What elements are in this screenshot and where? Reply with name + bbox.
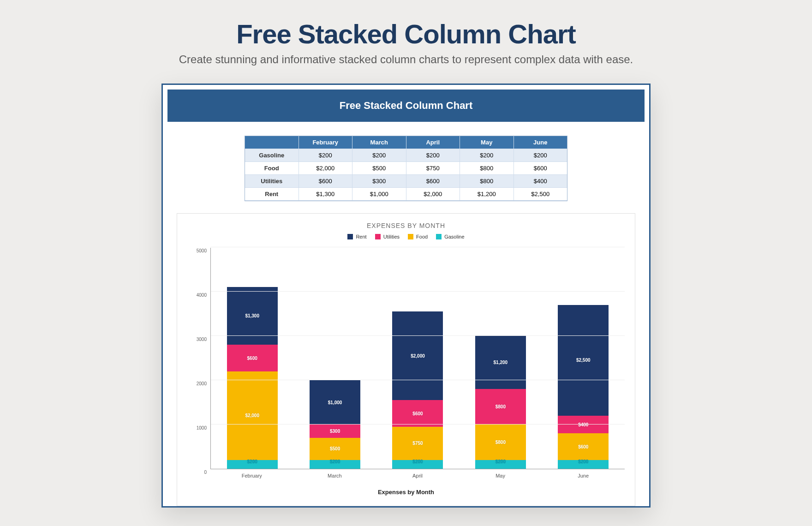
chart-bar-segment-rent: $1,200 [475, 336, 526, 389]
chart-frame: EXPENSES BY MONTH Rent Utilities Food [177, 213, 635, 506]
table-row-label: Gasoline [245, 149, 299, 162]
legend-swatch-icon [436, 234, 442, 239]
legend-item-rent: Rent [347, 234, 366, 239]
chart-bar-segment-gasoline: $200 [558, 460, 609, 469]
chart-y-axis: 010002000300040005000 [187, 248, 210, 469]
table-row: Gasoline $200 $200 $200 $200 $200 [245, 149, 567, 162]
chart-bar-segment-food: $2,000 [227, 371, 278, 460]
table-cell: $400 [514, 175, 567, 188]
chart-bar-segment-label: $600 [578, 444, 588, 449]
table-header-row: February March April May June [245, 136, 567, 149]
chart-gridline [211, 291, 625, 292]
chart-bar-segment-label: $600 [247, 356, 257, 361]
table-cell: $200 [460, 149, 514, 162]
table-cell: $2,000 [299, 162, 353, 175]
chart-bar-segment-utilities: $400 [558, 416, 609, 433]
table-header-col: March [352, 136, 406, 149]
chart-y-tick: 3000 [197, 337, 207, 342]
chart-gridline [211, 335, 625, 336]
legend-item-food: Food [408, 234, 428, 239]
chart-bar-segment-rent: $2,000 [392, 311, 443, 400]
table-header-blank [245, 136, 299, 149]
chart-bar-segment-label: $200 [247, 459, 257, 464]
chart-gridline [211, 424, 625, 424]
table-row-label: Food [245, 162, 299, 175]
chart-bar-segment-label: $1,200 [494, 360, 508, 365]
document-body: February March April May June Gasoline $… [163, 136, 649, 506]
table-row: Food $2,000 $500 $750 $800 $600 [245, 162, 567, 175]
page-subheadline: Create stunning and informative stacked … [179, 53, 633, 66]
chart-gridline [211, 380, 625, 380]
table-cell: $500 [352, 162, 406, 175]
chart-bar-segment-label: $1,000 [328, 400, 342, 405]
table-cell: $200 [352, 149, 406, 162]
chart-bar-segment-utilities: $800 [475, 389, 526, 424]
legend-swatch-icon [375, 234, 381, 239]
table-row: Utilities $600 $300 $600 $800 $400 [245, 175, 567, 188]
chart-title: EXPENSES BY MONTH [187, 222, 625, 229]
chart-x-tick: May [475, 473, 526, 478]
table-cell: $200 [514, 149, 567, 162]
chart-y-tick: 0 [204, 470, 207, 475]
chart-bar-column: $1,000$300$500$200 [310, 380, 360, 469]
chart-bar-segment-label: $2,000 [411, 353, 425, 359]
chart-bars: $1,300$600$2,000$200$1,000$300$500$200$2… [211, 248, 625, 469]
table-row: Rent $1,300 $1,000 $2,000 $1,200 $2,500 [245, 188, 567, 201]
chart-bar-segment-label: $2,000 [245, 413, 259, 418]
table-row-label: Utilities [245, 175, 299, 188]
table-cell: $600 [514, 162, 567, 175]
table-header-col: April [406, 136, 460, 149]
chart-x-tick: February [227, 473, 277, 478]
chart-y-tick: 4000 [197, 293, 207, 298]
table-cell: $300 [352, 175, 406, 188]
chart-y-tick: 2000 [197, 381, 207, 386]
legend-label: Rent [356, 234, 366, 239]
chart-gridline [211, 247, 625, 247]
table-cell: $800 [460, 175, 514, 188]
legend-label: Food [416, 234, 428, 239]
chart-bar-segment-rent: $2,500 [558, 305, 609, 416]
chart-bar-column: $1,300$600$2,000$200 [227, 287, 278, 469]
chart-bar-segment-utilities: $300 [310, 424, 360, 438]
table-cell: $600 [406, 175, 460, 188]
chart-plot-area: $1,300$600$2,000$200$1,000$300$500$200$2… [210, 248, 625, 469]
table-header-col: June [514, 136, 567, 149]
chart-bar-segment-label: $200 [412, 459, 423, 464]
chart-bar-segment-rent: $1,300 [227, 287, 278, 345]
table-cell: $200 [406, 149, 460, 162]
data-table: February March April May June Gasoline $… [245, 136, 567, 201]
chart-bar-segment-rent: $1,000 [310, 380, 360, 424]
chart-bar-segment-label: $300 [330, 429, 340, 434]
chart-bar-segment-label: $750 [412, 441, 423, 446]
chart-bar-segment-food: $800 [475, 424, 526, 460]
chart-bar-segment-label: $600 [412, 411, 423, 416]
chart-bar-segment-label: $200 [578, 459, 588, 464]
chart-legend: Rent Utilities Food Gasoline [187, 234, 625, 239]
chart-bar-segment-utilities: $600 [392, 400, 443, 427]
chart-x-tick: March [309, 473, 360, 478]
chart-bar-segment-label: $1,300 [245, 313, 259, 318]
table-header-col: February [299, 136, 353, 149]
chart-bar-segment-food: $750 [392, 427, 443, 460]
table-cell: $2,000 [406, 188, 460, 201]
chart-bar-segment-gasoline: $200 [227, 460, 278, 469]
table-cell: $1,200 [460, 188, 514, 201]
chart-bar-segment-gasoline: $200 [392, 460, 443, 469]
chart-x-tick: June [558, 473, 609, 478]
legend-swatch-icon [347, 234, 353, 239]
chart-bar-segment-label: $2,500 [576, 358, 591, 363]
chart-y-tick: 1000 [197, 425, 207, 430]
plot-wrap: 010002000300040005000 $1,300$600$2,000$2… [187, 248, 625, 469]
chart-bar-segment-food: $600 [558, 433, 609, 460]
legend-item-utilities: Utilities [375, 234, 400, 239]
chart-x-axis: FebruaryMarchAprilMayJune [210, 469, 625, 478]
table-cell: $800 [460, 162, 514, 175]
chart-bar-segment-food: $500 [310, 438, 360, 460]
table-cell: $600 [299, 175, 353, 188]
chart-y-tick: 5000 [197, 248, 207, 253]
chart-bar-segment-label: $800 [496, 404, 506, 409]
chart-x-axis-label: Expenses by Month [187, 489, 625, 496]
legend-swatch-icon [408, 234, 413, 239]
document-banner-title: Free Stacked Column Chart [167, 90, 645, 122]
chart-bar-segment-label: $200 [330, 459, 340, 464]
